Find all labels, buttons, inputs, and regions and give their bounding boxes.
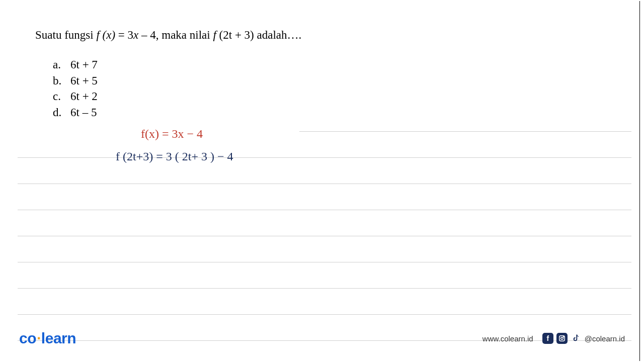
handwriting-line-2: f (2t+3) = 3 ( 2t+ 3 ) − 4 (116, 150, 233, 163)
social-handle: @colearn.id (585, 334, 625, 343)
website-url: www.colearn.id (482, 334, 533, 343)
facebook-icon: f (542, 333, 553, 344)
svg-point-1 (560, 337, 563, 340)
handwriting-line-1: f(x) = 3x − 4 (141, 127, 203, 141)
instagram-icon (556, 333, 568, 344)
ruled-lines (18, 106, 631, 341)
social-icons: f @colearn.id (542, 333, 625, 344)
svg-point-2 (563, 336, 564, 337)
footer: co·learn www.colearn.id f @colearn.id (0, 330, 644, 347)
tiktok-icon (571, 333, 582, 344)
logo: co·learn (19, 330, 76, 347)
